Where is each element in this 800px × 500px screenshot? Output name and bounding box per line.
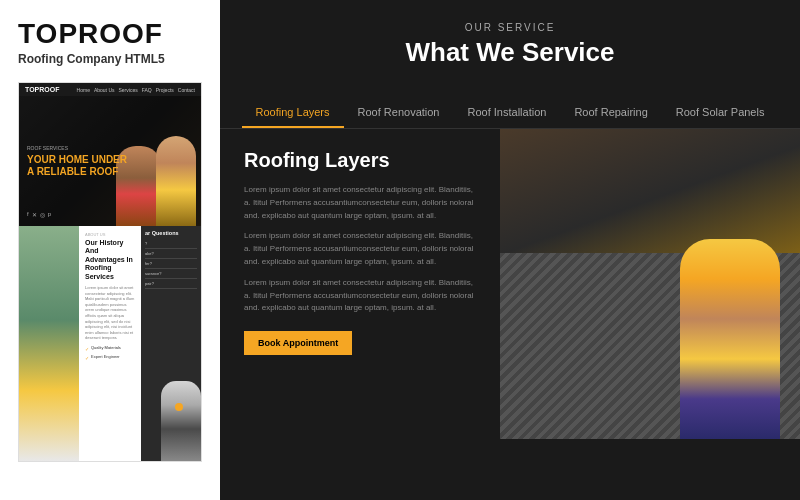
tab-roof-solar-panels[interactable]: Roof Solar Panels	[662, 98, 779, 128]
service-text-area: Roofing Layers Lorem ipsum dolor sit ame…	[220, 129, 500, 439]
worker-left-figure	[19, 226, 79, 461]
mini-faq-section: ar Questions ? ake? fer? surance? pair?	[141, 226, 201, 461]
mini-yellow-dot	[175, 403, 183, 411]
service-main-title: What We Service	[250, 37, 770, 68]
mini-feature-1: ✓ Quality Materials	[85, 345, 135, 352]
service-header: OUR SERVICE What We Service	[220, 0, 800, 98]
check-icon-2: ✓	[85, 355, 89, 361]
mini-nav-link: Services	[119, 87, 138, 93]
mini-nav-links: Home About Us Services FAQ Projects Cont…	[77, 87, 195, 93]
mini-nav-link: About Us	[94, 87, 115, 93]
twitter-icon: ✕	[32, 211, 37, 218]
mini-nav-link: Projects	[156, 87, 174, 93]
service-content: Roofing Layers Lorem ipsum dolor sit ame…	[220, 129, 800, 439]
mini-feature-2: ✓ Expert Engineer	[85, 354, 135, 361]
mini-site-preview: TOPROOF Home About Us Services FAQ Proje…	[18, 82, 202, 462]
mini-hero-content: ROOF SERVICES YOUR HOME UNDER A RELIABLE…	[19, 137, 135, 186]
feature-label-2: Expert Engineer	[91, 354, 120, 359]
mini-worker-right-figure	[161, 381, 201, 461]
brand-title: TOPROOF	[18, 20, 202, 48]
mini-bottom: ABOUT US Our History And Advantages In R…	[19, 226, 201, 461]
service-para-1: Lorem ipsum dolor sit amet consectetur a…	[244, 184, 476, 222]
feature-label-1: Quality Materials	[91, 345, 121, 350]
tab-roof-renovation[interactable]: Roof Renovation	[344, 98, 454, 128]
mini-hero-tag: ROOF SERVICES	[27, 145, 127, 151]
worker-figure	[680, 239, 780, 439]
service-heading: Roofing Layers	[244, 149, 476, 172]
mini-about-image	[19, 226, 79, 461]
mini-about-tag: ABOUT US	[85, 232, 135, 237]
mini-social: f ✕ ◎ p	[27, 211, 51, 218]
mini-faq-item-2: ake?	[145, 249, 197, 259]
tab-roof-installation[interactable]: Roof Installation	[454, 98, 561, 128]
hero-worker-2	[156, 136, 196, 226]
mini-nav-link: Home	[77, 87, 90, 93]
mini-hero: ROOF SERVICES YOUR HOME UNDER A RELIABLE…	[19, 96, 201, 226]
mini-about-title: Our History And Advantages In Roofing Se…	[85, 239, 135, 281]
mini-faq-item-4: surance?	[145, 269, 197, 279]
left-panel: TOPROOF Roofing Company HTML5 TOPROOF Ho…	[0, 0, 220, 500]
mini-nav: TOPROOF Home About Us Services FAQ Proje…	[19, 83, 201, 96]
mini-faq-title: ar Questions	[145, 230, 197, 236]
mini-about-section: ABOUT US Our History And Advantages In R…	[79, 226, 141, 461]
service-worker-bg	[500, 129, 800, 439]
brand-subtitle: Roofing Company HTML5	[18, 52, 202, 66]
service-para-2: Lorem ipsum dolor sit amet consectetur a…	[244, 230, 476, 268]
service-image	[500, 129, 800, 439]
mini-hero-headline: YOUR HOME UNDER A RELIABLE ROOF	[27, 154, 127, 178]
tab-roof-repairing[interactable]: Roof Repairing	[560, 98, 661, 128]
service-tabs: Roofing Layers Roof Renovation Roof Inst…	[220, 98, 800, 129]
check-icon-1: ✓	[85, 346, 89, 352]
right-panel: OUR SERVICE What We Service Roofing Laye…	[220, 0, 800, 500]
our-service-label: OUR SERVICE	[250, 22, 770, 33]
facebook-icon: f	[27, 211, 29, 218]
mini-faq-item-1: ?	[145, 239, 197, 249]
mini-nav-logo: TOPROOF	[25, 86, 59, 93]
mini-nav-link: FAQ	[142, 87, 152, 93]
service-para-3: Lorem ipsum dolor sit amet consectetur a…	[244, 277, 476, 315]
instagram-icon: ◎	[40, 211, 45, 218]
book-appointment-button[interactable]: Book Appointment	[244, 331, 352, 355]
mini-faq-item-3: fer?	[145, 259, 197, 269]
mini-faq-area: ar Questions ? ake? fer? surance? pair?	[141, 226, 201, 293]
mini-faq-item-5: pair?	[145, 279, 197, 289]
mini-about-text: Lorem ipsum dolor sit amet consectetur a…	[85, 285, 135, 341]
mini-nav-link: Contact	[178, 87, 195, 93]
tab-roofing-layers[interactable]: Roofing Layers	[242, 98, 344, 128]
pinterest-icon: p	[48, 211, 51, 218]
